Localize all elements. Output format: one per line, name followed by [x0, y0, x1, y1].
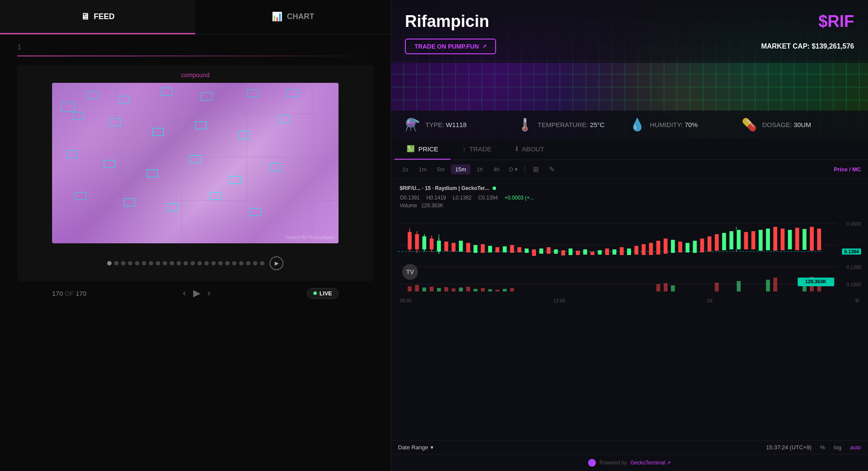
slide-dot[interactable]	[114, 261, 118, 265]
tab-feed[interactable]: 🖥 FEED	[0, 0, 195, 34]
slide-dot[interactable]	[260, 261, 264, 265]
detection-box	[118, 96, 129, 104]
powered-bar: Powered by GeckoTerminal ↗	[391, 454, 868, 471]
timestamp: 15:37:24 (UTC+9)	[766, 444, 811, 451]
slide-dot[interactable]	[204, 261, 209, 265]
media-container: compound	[17, 65, 373, 281]
type-icon: ⚗️	[405, 118, 420, 132]
bg-image-area: Rifampicin $RIF TRADE ON PUMP.FUN ↗ MARK…	[391, 0, 868, 139]
svg-rect-42	[605, 249, 609, 255]
detection-box	[72, 112, 83, 120]
svg-rect-76	[408, 286, 411, 291]
svg-rect-78	[422, 288, 426, 291]
settings-icon[interactable]: ⚙	[855, 298, 859, 304]
tab-about-label: ABOUT	[522, 145, 544, 153]
chevron-down-icon: ▾	[515, 166, 518, 173]
slide-dot[interactable]	[156, 261, 160, 265]
slide-dot[interactable]	[225, 261, 230, 265]
chart-pair: $RIF/U... · 15 · Raydium | GeckoTer...	[400, 185, 489, 191]
svg-rect-90	[510, 288, 514, 291]
slide-dot[interactable]	[184, 261, 188, 265]
svg-rect-38	[576, 251, 580, 255]
slide-dot[interactable]	[107, 261, 112, 265]
time-1s-button[interactable]: 1s	[398, 164, 413, 174]
indicator-button[interactable]: ⊞	[529, 164, 543, 175]
detection-box	[167, 203, 178, 212]
slide-dot[interactable]	[170, 261, 174, 265]
slide-dot[interactable]	[253, 261, 257, 265]
time-dropdown[interactable]: D ▾	[506, 164, 521, 174]
detection-box	[104, 160, 115, 168]
chevron-down-icon: ▾	[431, 444, 434, 451]
slide-dot[interactable]	[239, 261, 243, 265]
log-option-button[interactable]: log	[834, 444, 841, 451]
dosage-icon: 💊	[742, 118, 757, 132]
time-1m-button[interactable]: 1m	[414, 164, 431, 174]
svg-rect-92	[664, 283, 667, 291]
detection-box	[109, 118, 121, 126]
token-title-row: Rifampicin $RIF	[405, 12, 854, 31]
slide-dot[interactable]	[232, 261, 237, 265]
slide-dot[interactable]	[121, 261, 125, 265]
svg-rect-39	[583, 249, 587, 255]
svg-rect-89	[503, 289, 506, 291]
gecko-terminal-link[interactable]: GeckoTerminal ↗	[631, 460, 671, 466]
time-4h-button[interactable]: 4h	[489, 164, 504, 174]
time-5m-button[interactable]: 5m	[433, 164, 449, 174]
auto-option-button[interactable]: auto	[850, 444, 861, 451]
percent-option-button[interactable]: %	[820, 444, 825, 451]
date-range-button[interactable]: Date Range ▾	[398, 444, 434, 451]
tab-price[interactable]: 💹 PRICE	[395, 139, 450, 160]
tab-trade[interactable]: ↑ TRADE	[450, 139, 503, 160]
svg-rect-33	[539, 249, 543, 254]
svg-rect-29	[510, 245, 514, 253]
humidity-icon: 💧	[630, 118, 645, 132]
temperature-label: TEMPERATURE:	[538, 121, 590, 128]
slide-dot[interactable]	[177, 261, 181, 265]
trade-icon: ↑	[463, 145, 466, 153]
prev-button[interactable]: ‹	[183, 288, 186, 299]
slide-dot[interactable]	[246, 261, 250, 265]
tab-price-label: PRICE	[418, 145, 438, 153]
slide-dot[interactable]	[128, 261, 132, 265]
svg-rect-71	[817, 229, 821, 250]
tab-chart[interactable]: 📊 CHART	[195, 0, 391, 34]
detection-box	[147, 170, 158, 178]
svg-rect-77	[415, 285, 419, 291]
slide-dot[interactable]	[163, 261, 167, 265]
svg-rect-81	[444, 287, 448, 291]
play-button[interactable]: ▶	[270, 256, 283, 270]
media-watermark: Tracked Bio Technologies	[285, 235, 334, 240]
detection-box	[190, 155, 201, 164]
slide-dot[interactable]	[211, 261, 216, 265]
price-mc-toggle[interactable]: Price / MC	[834, 166, 861, 173]
stat-temperature: 🌡️ TEMPERATURE: 25°C	[517, 118, 630, 132]
next-button[interactable]: ›	[207, 288, 210, 299]
slide-dot[interactable]	[197, 261, 202, 265]
slide-dot[interactable]	[218, 261, 223, 265]
slide-dot[interactable]	[142, 261, 146, 265]
time-1h-button[interactable]: 1h	[472, 164, 487, 174]
trade-btn-label: TRADE ON PUMP.FUN	[414, 43, 479, 50]
slide-dot[interactable]	[191, 261, 195, 265]
slide-dot[interactable]	[149, 261, 153, 265]
svg-rect-49	[656, 241, 660, 255]
svg-rect-31	[525, 249, 529, 253]
svg-rect-34	[547, 247, 551, 254]
media-frame: Tracked Bio Technologies	[52, 83, 339, 243]
slide-dot[interactable]	[135, 261, 139, 265]
drawing-button[interactable]: ✎	[545, 164, 559, 175]
dosage-label: DOSAGE:	[762, 121, 794, 128]
trade-pumpfun-button[interactable]: TRADE ON PUMP.FUN ↗	[405, 39, 496, 54]
play-nav-button[interactable]: ▶	[193, 288, 201, 299]
svg-rect-45	[627, 249, 631, 255]
svg-rect-8	[415, 234, 419, 249]
svg-rect-5	[408, 232, 411, 249]
tab-about[interactable]: ℹ ABOUT	[503, 139, 556, 160]
nav-controls: 170 OF 170 ‹ ▶ › LIVE	[17, 283, 373, 303]
svg-rect-79	[430, 287, 434, 291]
svg-rect-85	[473, 289, 477, 291]
svg-rect-46	[635, 246, 638, 255]
media-label: compound	[24, 72, 367, 78]
time-15m-button[interactable]: 15m	[451, 164, 470, 174]
